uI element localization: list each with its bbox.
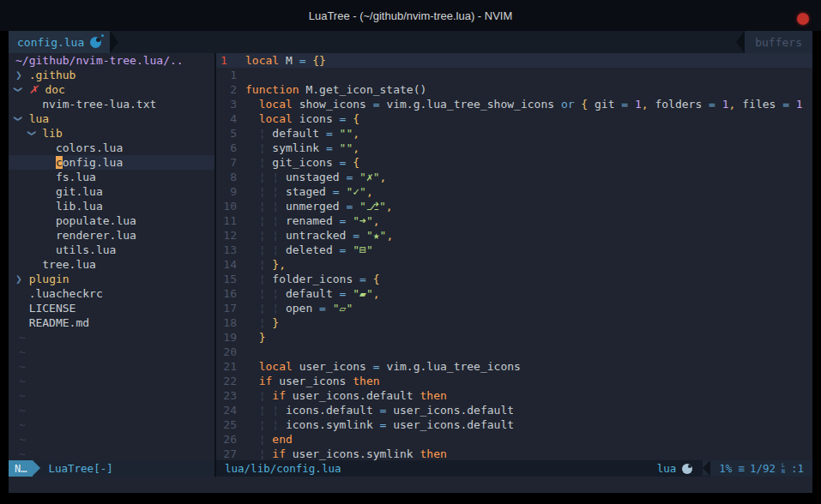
editor-main: ~/github/nvim-tree.lua/..❯ .github❯ ✗ do… (9, 53, 812, 460)
close-button[interactable] (797, 13, 809, 25)
empty-line-tilde: ~ (9, 388, 214, 403)
code-text: ¦ ¦ renamed = "➜", (245, 213, 380, 228)
code-line[interactable]: 14 ¦ }, (216, 257, 812, 272)
terminal-window: LuaTree - (~/github/nvim-tree.lua) - NVI… (0, 0, 821, 504)
line-number: 1 (216, 68, 245, 82)
filetype-indicator: lua (657, 460, 703, 477)
code-line[interactable]: 24 ¦ ¦ icons.default = user_icons.defaul… (216, 403, 812, 417)
tree-item-git.lua[interactable]: git.lua (9, 184, 214, 199)
code-text: local icons = { (245, 111, 359, 126)
line-number: 13 (216, 243, 245, 257)
code-line[interactable]: 1local M = {} (216, 53, 812, 68)
scroll-percent: 1% (719, 462, 732, 475)
buffers-label[interactable]: buffers (745, 31, 812, 53)
empty-line-tilde: ~ (9, 432, 214, 447)
code-line[interactable]: 8 ¦ ¦ unstaged = "✗", (216, 170, 812, 184)
empty-line-tilde: ~ (9, 330, 214, 345)
code-line[interactable]: 20 (216, 345, 812, 359)
code-text: ¦ ¦ open = "▱" (245, 301, 353, 315)
tree-item-lua[interactable]: ❯ lua (9, 111, 214, 126)
lua-icon (90, 37, 101, 48)
line-number: 9 (216, 184, 245, 199)
tree-item-lib[interactable]: ❯ lib (9, 126, 214, 141)
tree-item-label: tree.lua (42, 258, 96, 271)
tree-item-label: colors.lua (56, 141, 123, 154)
tree-item-nvim-tree-lua.txt[interactable]: nvim-tree-lua.txt (9, 97, 214, 111)
code-text: ¦ ¦ icons.symlink = user_icons.default (245, 417, 514, 432)
tree-item-.luacheckrc[interactable]: .luacheckrc (9, 286, 214, 301)
tree-item-LICENSE[interactable]: LICENSE (9, 301, 214, 315)
statusline-stats: 1% ≡ 1/92 LN :1 (710, 460, 812, 477)
tree-item-label: README.md (29, 316, 89, 329)
tree-item-.github[interactable]: ❯ .github (9, 68, 214, 82)
code-text: ¦ ¦ icons.default = user_icons.default (245, 403, 514, 417)
line-number: 20 (216, 345, 245, 359)
line-number: 8 (216, 170, 245, 184)
tree-root[interactable]: ~/github/nvim-tree.lua/.. (9, 53, 214, 68)
powerline-arrow-icon (736, 31, 745, 53)
code-text: ¦ git_icons = { (245, 155, 359, 170)
code-line[interactable]: 12 ¦ ¦ untracked = "★", (216, 228, 812, 243)
statusline-file-segment: lua/lib/config.lua lua 1% ≡ 1/92 LN :1 (216, 460, 812, 477)
lua-icon (682, 464, 692, 474)
tree-item-label: .github (29, 69, 76, 81)
code-line[interactable]: 22 if user_icons then (216, 374, 812, 388)
code-line[interactable]: 13 ¦ ¦ deleted = "⊟" (216, 243, 812, 257)
empty-line-tilde: ~ (9, 359, 214, 374)
tree-item-README.md[interactable]: README.md (9, 315, 214, 330)
code-line[interactable]: 18 ¦ } (216, 315, 812, 330)
tree-item-populate.lua[interactable]: populate.lua (9, 213, 214, 228)
tree-item-doc[interactable]: ❯ ✗ doc (9, 82, 214, 97)
tree-item-label: populate.lua (56, 214, 136, 227)
tree-item-tree.lua[interactable]: tree.lua (9, 257, 214, 272)
code-line[interactable]: 1 (216, 68, 812, 82)
code-line[interactable]: 7 ¦ git_icons = { (216, 155, 812, 170)
tab-config-lua[interactable]: config.lua (9, 31, 110, 53)
line-number: 17 (216, 301, 245, 315)
line-number: 2 (216, 82, 245, 97)
window-title: LuaTree - (~/github/nvim-tree.lua) - NVI… (309, 9, 513, 22)
code-line[interactable]: 6 ¦ symlink = "", (216, 141, 812, 155)
code-line[interactable]: 23 ¦ if user_icons.default then (216, 388, 812, 403)
empty-line-tilde: ~ (9, 374, 214, 388)
tree-item-fs.lua[interactable]: fs.lua (9, 170, 214, 184)
code-line[interactable]: 21 local user_icons = vim.g.lua_tree_ico… (216, 359, 812, 374)
tree-item-label: .luacheckrc (29, 287, 103, 300)
code-line[interactable]: 17 ¦ ¦ open = "▱" (216, 301, 812, 315)
code-text: local M = {} (245, 53, 326, 68)
statusline-tree-segment: N… LuaTree[-] (9, 460, 214, 477)
command-line[interactable] (9, 477, 812, 493)
tree-item-lib.lua[interactable]: lib.lua (9, 199, 214, 213)
powerline-arrow-icon (33, 460, 40, 476)
code-line[interactable]: 9 ¦ ¦ staged = "✓", (216, 184, 812, 199)
tree-item-renderer.lua[interactable]: renderer.lua (9, 228, 214, 243)
line-number: 12 (216, 228, 245, 243)
mode-indicator: N… (9, 460, 33, 477)
tree-item-colors.lua[interactable]: colors.lua (9, 141, 214, 155)
code-line[interactable]: 5 ¦ default = "", (216, 126, 812, 141)
tree-item-utils.lua[interactable]: utils.lua (9, 243, 214, 257)
line-number: 6 (216, 141, 245, 155)
chevron-open-icon: ❯ (11, 116, 26, 123)
tree-item-label: LICENSE (29, 302, 76, 315)
line-position: 1/92 (750, 462, 776, 475)
code-line[interactable]: 11 ¦ ¦ renamed = "➜", (216, 213, 812, 228)
code-line[interactable]: 4 local icons = { (216, 111, 812, 126)
code-line[interactable]: 16 ¦ ¦ default = "▰", (216, 286, 812, 301)
code-line[interactable]: 25 ¦ ¦ icons.symlink = user_icons.defaul… (216, 417, 812, 432)
line-number: 4 (216, 111, 245, 126)
code-line[interactable]: 27 ¦ if user_icons.symlink then (216, 447, 812, 460)
empty-line-tilde: ~ (9, 403, 214, 417)
line-number: 18 (216, 315, 245, 330)
code-line[interactable]: 19 } (216, 330, 812, 345)
code-line[interactable]: 2function M.get_icon_state() (216, 82, 812, 97)
chevron-open-icon: ❯ (11, 87, 26, 93)
code-line[interactable]: 10 ¦ ¦ unmerged = "⎇", (216, 199, 812, 213)
tree-item-config.lua[interactable]: config.lua (9, 155, 214, 170)
code-line[interactable]: 3 local show_icons = vim.g.lua_tree_show… (216, 97, 812, 111)
line-number: 5 (216, 126, 245, 141)
line-number: 21 (216, 359, 245, 374)
code-line[interactable]: 26 ¦ end (216, 432, 812, 447)
code-line[interactable]: 15 ¦ folder_icons = { (216, 272, 812, 286)
tree-item-plugin[interactable]: ❯ plugin (9, 272, 214, 286)
